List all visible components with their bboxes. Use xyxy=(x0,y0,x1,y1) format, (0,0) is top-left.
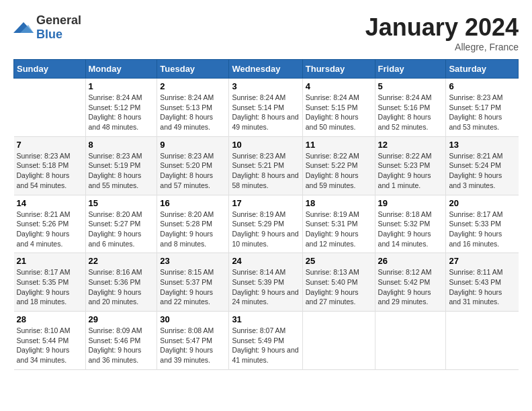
calendar-cell: 1Sunrise: 8:24 AM Sunset: 5:12 PM Daylig… xyxy=(85,79,157,137)
day-number: 1 xyxy=(89,81,154,91)
calendar-cell xyxy=(375,312,446,370)
day-number: 28 xyxy=(17,314,83,324)
day-info: Sunrise: 8:23 AM Sunset: 5:20 PM Dayligh… xyxy=(160,151,226,191)
weekday-header: Friday xyxy=(375,60,446,79)
calendar-cell: 6Sunrise: 8:23 AM Sunset: 5:17 PM Daylig… xyxy=(446,79,519,137)
day-info: Sunrise: 8:13 AM Sunset: 5:40 PM Dayligh… xyxy=(306,267,372,307)
day-info: Sunrise: 8:21 AM Sunset: 5:26 PM Dayligh… xyxy=(17,210,83,249)
day-info: Sunrise: 8:24 AM Sunset: 5:12 PM Dayligh… xyxy=(89,93,154,132)
calendar-cell xyxy=(302,312,375,370)
day-number: 18 xyxy=(306,198,372,208)
day-info: Sunrise: 8:08 AM Sunset: 5:47 PM Dayligh… xyxy=(160,326,226,365)
weekday-header: Monday xyxy=(85,60,157,79)
weekday-header: Saturday xyxy=(446,60,519,79)
day-number: 26 xyxy=(378,256,443,266)
header-row: SundayMondayTuesdayWednesdayThursdayFrid… xyxy=(14,60,519,79)
day-number: 12 xyxy=(378,140,443,150)
calendar-cell: 3Sunrise: 8:24 AM Sunset: 5:14 PM Daylig… xyxy=(229,79,302,137)
calendar-cell: 12Sunrise: 8:22 AM Sunset: 5:23 PM Dayli… xyxy=(375,136,446,195)
calendar-cell: 15Sunrise: 8:20 AM Sunset: 5:27 PM Dayli… xyxy=(85,195,157,253)
calendar-cell: 5Sunrise: 8:24 AM Sunset: 5:16 PM Daylig… xyxy=(375,79,446,137)
calendar-cell: 10Sunrise: 8:23 AM Sunset: 5:21 PM Dayli… xyxy=(229,136,302,195)
day-number: 16 xyxy=(160,198,226,208)
calendar-cell: 23Sunrise: 8:15 AM Sunset: 5:37 PM Dayli… xyxy=(157,253,229,312)
day-number: 5 xyxy=(378,81,443,91)
calendar-cell xyxy=(14,79,86,137)
day-number: 14 xyxy=(17,198,83,208)
day-info: Sunrise: 8:14 AM Sunset: 5:39 PM Dayligh… xyxy=(232,267,299,307)
weekday-header: Thursday xyxy=(302,60,375,79)
calendar-cell: 29Sunrise: 8:09 AM Sunset: 5:46 PM Dayli… xyxy=(85,312,157,370)
day-number: 30 xyxy=(160,314,226,324)
day-info: Sunrise: 8:07 AM Sunset: 5:49 PM Dayligh… xyxy=(232,326,299,365)
day-number: 7 xyxy=(17,140,83,150)
day-info: Sunrise: 8:23 AM Sunset: 5:18 PM Dayligh… xyxy=(17,151,83,191)
day-info: Sunrise: 8:17 AM Sunset: 5:33 PM Dayligh… xyxy=(449,210,515,249)
day-info: Sunrise: 8:20 AM Sunset: 5:28 PM Dayligh… xyxy=(160,210,226,249)
weekday-header: Sunday xyxy=(14,60,86,79)
calendar-cell: 8Sunrise: 8:23 AM Sunset: 5:19 PM Daylig… xyxy=(85,136,157,195)
calendar-cell xyxy=(446,312,519,370)
calendar-cell: 20Sunrise: 8:17 AM Sunset: 5:33 PM Dayli… xyxy=(446,195,519,253)
calendar-week-row: 14Sunrise: 8:21 AM Sunset: 5:26 PM Dayli… xyxy=(14,195,519,253)
calendar-cell: 31Sunrise: 8:07 AM Sunset: 5:49 PM Dayli… xyxy=(229,312,302,370)
calendar-header: SundayMondayTuesdayWednesdayThursdayFrid… xyxy=(14,60,519,79)
day-info: Sunrise: 8:19 AM Sunset: 5:29 PM Dayligh… xyxy=(232,210,299,249)
calendar-week-row: 21Sunrise: 8:17 AM Sunset: 5:35 PM Dayli… xyxy=(14,253,519,312)
title-block: January 2024 Allegre, France xyxy=(365,13,519,52)
calendar-cell: 17Sunrise: 8:19 AM Sunset: 5:29 PM Dayli… xyxy=(229,195,302,253)
day-number: 23 xyxy=(160,256,226,266)
calendar-cell: 28Sunrise: 8:10 AM Sunset: 5:44 PM Dayli… xyxy=(14,312,86,370)
calendar-cell: 14Sunrise: 8:21 AM Sunset: 5:26 PM Dayli… xyxy=(14,195,86,253)
calendar-cell: 22Sunrise: 8:16 AM Sunset: 5:36 PM Dayli… xyxy=(85,253,157,312)
day-info: Sunrise: 8:11 AM Sunset: 5:43 PM Dayligh… xyxy=(449,267,515,307)
calendar-cell: 19Sunrise: 8:18 AM Sunset: 5:32 PM Dayli… xyxy=(375,195,446,253)
calendar-cell: 16Sunrise: 8:20 AM Sunset: 5:28 PM Dayli… xyxy=(157,195,229,253)
day-number: 2 xyxy=(160,81,226,91)
calendar-cell: 13Sunrise: 8:21 AM Sunset: 5:24 PM Dayli… xyxy=(446,136,519,195)
calendar-cell: 7Sunrise: 8:23 AM Sunset: 5:18 PM Daylig… xyxy=(14,136,86,195)
day-number: 31 xyxy=(232,314,299,324)
calendar-table: SundayMondayTuesdayWednesdayThursdayFrid… xyxy=(13,59,519,370)
day-info: Sunrise: 8:17 AM Sunset: 5:35 PM Dayligh… xyxy=(17,267,83,307)
day-info: Sunrise: 8:24 AM Sunset: 5:13 PM Dayligh… xyxy=(160,93,226,132)
calendar-cell: 2Sunrise: 8:24 AM Sunset: 5:13 PM Daylig… xyxy=(157,79,229,137)
day-number: 10 xyxy=(232,140,299,150)
day-number: 20 xyxy=(449,198,515,208)
day-info: Sunrise: 8:16 AM Sunset: 5:36 PM Dayligh… xyxy=(89,267,154,307)
day-info: Sunrise: 8:18 AM Sunset: 5:32 PM Dayligh… xyxy=(378,210,443,249)
day-info: Sunrise: 8:09 AM Sunset: 5:46 PM Dayligh… xyxy=(89,326,154,365)
calendar-cell: 4Sunrise: 8:24 AM Sunset: 5:15 PM Daylig… xyxy=(302,79,375,137)
month-title: January 2024 xyxy=(365,13,519,42)
calendar-week-row: 7Sunrise: 8:23 AM Sunset: 5:18 PM Daylig… xyxy=(14,136,519,195)
day-number: 19 xyxy=(378,198,443,208)
weekday-header: Tuesday xyxy=(157,60,229,79)
day-info: Sunrise: 8:24 AM Sunset: 5:16 PM Dayligh… xyxy=(378,93,443,132)
day-info: Sunrise: 8:24 AM Sunset: 5:15 PM Dayligh… xyxy=(306,93,372,132)
calendar-cell: 21Sunrise: 8:17 AM Sunset: 5:35 PM Dayli… xyxy=(14,253,86,312)
logo-text: General Blue xyxy=(36,13,81,42)
day-number: 4 xyxy=(306,81,372,91)
day-info: Sunrise: 8:19 AM Sunset: 5:31 PM Dayligh… xyxy=(306,210,372,249)
logo-general: General xyxy=(36,13,81,27)
calendar-week-row: 1Sunrise: 8:24 AM Sunset: 5:12 PM Daylig… xyxy=(14,79,519,137)
day-info: Sunrise: 8:22 AM Sunset: 5:22 PM Dayligh… xyxy=(306,151,372,191)
calendar-cell: 25Sunrise: 8:13 AM Sunset: 5:40 PM Dayli… xyxy=(302,253,375,312)
day-number: 24 xyxy=(232,256,299,266)
day-number: 8 xyxy=(89,140,154,150)
day-info: Sunrise: 8:24 AM Sunset: 5:14 PM Dayligh… xyxy=(232,93,299,132)
day-number: 21 xyxy=(17,256,83,266)
logo-blue: Blue xyxy=(36,28,62,41)
day-number: 22 xyxy=(89,256,154,266)
calendar-week-row: 28Sunrise: 8:10 AM Sunset: 5:44 PM Dayli… xyxy=(14,312,519,370)
day-number: 25 xyxy=(306,256,372,266)
calendar-cell: 26Sunrise: 8:12 AM Sunset: 5:42 PM Dayli… xyxy=(375,253,446,312)
day-info: Sunrise: 8:15 AM Sunset: 5:37 PM Dayligh… xyxy=(160,267,226,307)
logo: General Blue xyxy=(13,13,81,42)
calendar-cell: 24Sunrise: 8:14 AM Sunset: 5:39 PM Dayli… xyxy=(229,253,302,312)
calendar-cell: 18Sunrise: 8:19 AM Sunset: 5:31 PM Dayli… xyxy=(302,195,375,253)
day-info: Sunrise: 8:20 AM Sunset: 5:27 PM Dayligh… xyxy=(89,210,154,249)
calendar-cell: 27Sunrise: 8:11 AM Sunset: 5:43 PM Dayli… xyxy=(446,253,519,312)
day-info: Sunrise: 8:22 AM Sunset: 5:23 PM Dayligh… xyxy=(378,151,443,191)
day-info: Sunrise: 8:23 AM Sunset: 5:19 PM Dayligh… xyxy=(89,151,154,191)
